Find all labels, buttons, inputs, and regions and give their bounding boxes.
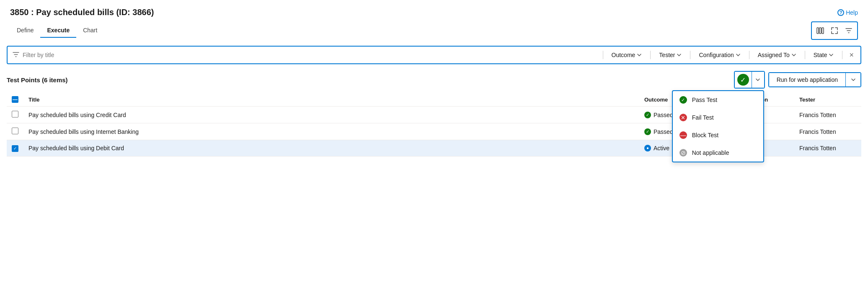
filter-divider-4 [749, 51, 749, 59]
filter-divider-6 [842, 51, 842, 59]
filter-bar: Outcome Tester Configuration Assigned To… [7, 46, 861, 64]
check-action-button[interactable]: ✓ [735, 72, 752, 88]
check-action-chevron[interactable] [752, 72, 764, 88]
pass-icon: ✓ [679, 96, 687, 104]
block-label: Block Test [692, 132, 719, 138]
outcome-dropdown-menu: ✓ Pass Test ✕ Fail Test — Block Test ⊘ [672, 90, 764, 162]
filter-tester[interactable]: Tester [656, 52, 685, 58]
filter-outcome[interactable]: Outcome [608, 52, 646, 58]
row-tester-1: Francis Totten [794, 107, 861, 123]
tab-define[interactable]: Define [10, 24, 40, 38]
tab-execute[interactable]: Execute [40, 24, 76, 38]
row-checkbox-2[interactable] [12, 128, 18, 134]
filter-divider [603, 51, 603, 59]
na-icon: ⊘ [679, 149, 687, 157]
outcome-dot-1: ✓ [644, 112, 651, 118]
na-label: Not applicable [692, 149, 729, 156]
page-title: 3850 : Pay scheduled bills (ID: 3866) [10, 8, 154, 17]
filter-clear-button[interactable]: × [847, 51, 855, 60]
block-icon: — [679, 131, 687, 139]
tabs-row: Define Execute Chart [0, 17, 868, 40]
filter-divider-5 [805, 51, 805, 59]
row-title-2: Pay scheduled bills using Internet Banki… [23, 123, 639, 140]
table-title: Test Points (6 items) [7, 76, 68, 84]
pass-label: Pass Test [692, 97, 717, 103]
run-button[interactable]: Run for web application [769, 73, 845, 86]
dropdown-item-block[interactable]: — Block Test [673, 126, 763, 144]
expand-button[interactable] [828, 24, 841, 37]
filter-state[interactable]: State [810, 52, 837, 58]
check-action-group: ✓ ✓ Pass Test ✕ Fail Test [734, 71, 765, 89]
filter-assigned-to[interactable]: Assigned To [754, 52, 800, 58]
col-header-tester: Tester [794, 93, 861, 107]
outcome-dot-2: ✓ [644, 128, 651, 135]
dropdown-item-na[interactable]: ⊘ Not applicable [673, 144, 763, 162]
table-actions: ✓ ✓ Pass Test ✕ Fail Test [734, 71, 861, 89]
tab-actions-group [811, 21, 858, 40]
dropdown-item-pass[interactable]: ✓ Pass Test [673, 91, 763, 109]
help-link[interactable]: ? Help [837, 9, 858, 16]
page: 3850 : Pay scheduled bills (ID: 3866) ? … [0, 0, 868, 282]
table-section: Test Points (6 items) ✓ ✓ Pass Test [7, 71, 861, 157]
run-button-chevron[interactable] [845, 73, 860, 86]
help-icon: ? [837, 9, 844, 16]
select-all-checkbox[interactable]: — [12, 96, 18, 103]
svg-rect-2 [822, 28, 824, 34]
green-check-icon: ✓ [737, 74, 749, 86]
outcome-dot-3: ● [644, 145, 651, 151]
filter-divider-2 [650, 51, 651, 59]
filter-input[interactable] [23, 52, 598, 58]
filter-divider-3 [690, 51, 690, 59]
fail-label: Fail Test [692, 114, 714, 121]
tab-chart[interactable]: Chart [76, 24, 104, 38]
table-header-row: Test Points (6 items) ✓ ✓ Pass Test [7, 71, 861, 89]
filter-bar-icon [13, 51, 19, 59]
row-tester-3: Francis Totten [794, 140, 861, 157]
header: 3850 : Pay scheduled bills (ID: 3866) ? … [0, 0, 868, 17]
col-header-check: — [7, 93, 23, 107]
svg-rect-1 [819, 28, 821, 34]
filter-button[interactable] [842, 24, 855, 37]
svg-rect-0 [817, 28, 819, 34]
tabs-container: Define Execute Chart [10, 24, 104, 38]
help-label: Help [846, 9, 858, 16]
row-checkbox-1[interactable] [12, 111, 18, 118]
row-checkbox-3[interactable]: ✓ [12, 145, 18, 152]
fail-icon: ✕ [679, 114, 687, 121]
run-button-group: Run for web application [768, 72, 861, 87]
dropdown-item-fail[interactable]: ✕ Fail Test [673, 109, 763, 126]
row-tester-2: Francis Totten [794, 123, 861, 140]
columns-button[interactable] [814, 24, 827, 37]
col-header-title: Title [23, 93, 639, 107]
row-title-3: Pay scheduled bills using Debit Card [23, 140, 639, 157]
row-title-1: Pay scheduled bills using Credit Card [23, 107, 639, 123]
filter-configuration[interactable]: Configuration [695, 52, 744, 58]
